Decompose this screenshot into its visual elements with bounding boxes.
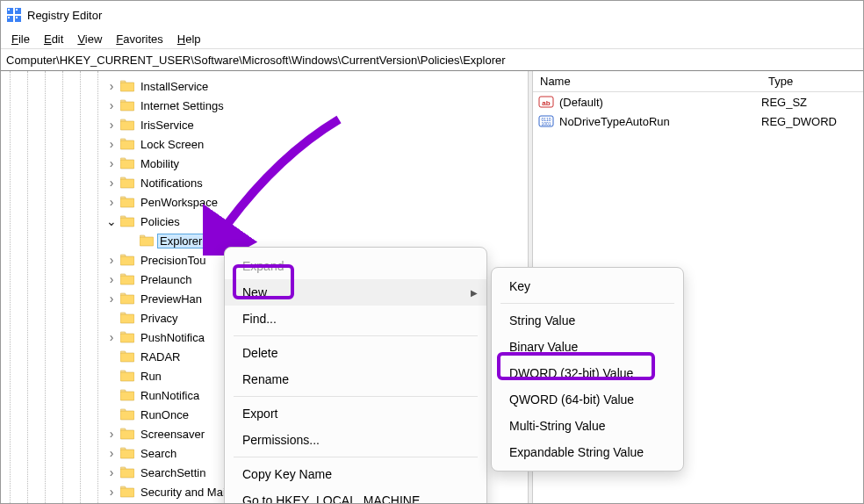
chevron-right-icon[interactable]: ›	[104, 137, 119, 151]
menu-edit[interactable]: Edit	[37, 31, 70, 47]
chevron-right-icon[interactable]: ›	[104, 79, 119, 93]
tree-item-label: PenWorkspace	[138, 195, 220, 210]
folder-icon	[120, 350, 134, 363]
cm-new-string[interactable]: String Value	[492, 307, 683, 334]
folder-icon	[120, 196, 134, 208]
chevron-right-icon[interactable]: ›	[104, 292, 119, 306]
menu-favorites[interactable]: Favorites	[109, 31, 169, 47]
svg-rect-49	[120, 469, 134, 478]
chevron-down-icon[interactable]: ⌄	[104, 214, 119, 228]
tree-item[interactable]: ›Notifications	[104, 173, 275, 192]
svg-rect-7	[16, 17, 18, 18]
cm-new-expandable[interactable]: Expandable String Value	[492, 439, 683, 465]
address-bar[interactable]: Computer\HKEY_CURRENT_USER\Software\Micr…	[1, 48, 863, 71]
cm-new-multi[interactable]: Multi-String Value	[492, 413, 683, 439]
string-value-icon: ab	[538, 95, 554, 109]
chevron-right-icon[interactable]: ›	[104, 156, 119, 170]
tree-item-label: Screensaver	[138, 427, 207, 442]
chevron-right-icon[interactable]: ›	[104, 330, 119, 344]
value-row[interactable]: 01101001NoDriveTypeAutoRunREG_DWORD	[533, 112, 863, 131]
svg-rect-4	[8, 9, 10, 11]
tree-item[interactable]: ›Mobility	[104, 154, 275, 173]
tree-item-label: InstallService	[138, 79, 211, 94]
chevron-right-icon[interactable]: ›	[104, 118, 119, 132]
folder-icon	[120, 80, 134, 92]
folder-icon	[120, 466, 134, 479]
cm-new[interactable]: New ▶	[225, 279, 486, 306]
svg-text:1001: 1001	[541, 121, 551, 126]
tree-item[interactable]: ›Internet Settings	[104, 96, 275, 115]
svg-rect-5	[16, 9, 18, 11]
svg-rect-41	[120, 392, 134, 400]
cm-delete[interactable]: Delete	[225, 340, 486, 366]
values-header: Name Type	[533, 71, 863, 92]
menu-file[interactable]: File	[4, 31, 37, 47]
tree-item[interactable]: ›InstallService	[104, 76, 275, 96]
folder-icon	[120, 486, 134, 498]
tree-item[interactable]: ⌄Policies	[104, 212, 275, 231]
cm-separator	[234, 396, 478, 397]
tree-item-label: RunOnce	[138, 407, 191, 422]
chevron-right-icon[interactable]: ›	[104, 253, 119, 267]
chevron-right-icon: ▶	[471, 288, 478, 298]
tree-item-label: PreviewHan	[138, 292, 205, 306]
value-type: REG_SZ	[761, 96, 863, 109]
svg-rect-43	[120, 411, 134, 420]
chevron-right-icon[interactable]: ›	[104, 98, 119, 112]
folder-icon	[120, 273, 134, 285]
value-name: (Default)	[559, 96, 761, 109]
chevron-right-icon[interactable]: ›	[104, 465, 119, 479]
cm-find[interactable]: Find...	[225, 306, 486, 332]
folder-icon	[120, 254, 134, 266]
tree-item-label: RADAR	[138, 349, 184, 364]
cm-goto-hklm[interactable]: Go to HKEY_LOCAL_MACHINE	[225, 487, 486, 504]
chevron-right-icon[interactable]: ›	[104, 176, 119, 190]
cm-new-qword[interactable]: QWORD (64-bit) Value	[492, 386, 683, 413]
svg-rect-37	[120, 353, 134, 362]
value-row[interactable]: ab(Default)REG_SZ	[533, 92, 863, 112]
chevron-right-icon[interactable]: ›	[104, 485, 119, 499]
folder-icon	[140, 234, 154, 247]
cm-separator	[234, 335, 478, 336]
cm-rename[interactable]: Rename	[225, 366, 486, 392]
folder-icon	[120, 447, 134, 459]
svg-rect-33	[120, 314, 134, 323]
cm-permissions[interactable]: Permissions...	[225, 427, 486, 453]
cm-separator	[500, 303, 674, 304]
chevron-right-icon[interactable]: ›	[104, 427, 119, 441]
dword-value-icon: 01101001	[538, 114, 554, 128]
chevron-right-icon[interactable]: ›	[104, 195, 119, 209]
cm-new-key[interactable]: Key	[492, 273, 683, 299]
folder-icon	[120, 428, 134, 440]
context-menu-main: Expand New ▶ Find... Delete Rename Expor…	[224, 247, 487, 504]
tree-item[interactable]: ›IrisService	[104, 115, 275, 134]
expander-none	[104, 369, 119, 383]
chevron-right-icon[interactable]: ›	[104, 272, 119, 286]
cm-export[interactable]: Export	[225, 400, 486, 427]
folder-icon	[120, 389, 134, 401]
folder-icon	[120, 157, 134, 169]
svg-rect-45	[120, 430, 134, 439]
svg-rect-47	[120, 450, 134, 458]
cm-new-binary[interactable]: Binary Value	[492, 334, 683, 360]
cm-copy-key[interactable]: Copy Key Name	[225, 461, 486, 487]
svg-rect-11	[120, 102, 134, 111]
tree-item-label: Privacy	[138, 311, 181, 326]
chevron-right-icon[interactable]: ›	[104, 446, 119, 460]
cm-expand: Expand	[225, 253, 486, 279]
folder-icon	[120, 370, 134, 382]
cm-new-dword[interactable]: DWORD (32-bit) Value	[492, 360, 683, 386]
column-name[interactable]: Name	[533, 75, 761, 88]
tree-item[interactable]: ›PenWorkspace	[104, 192, 275, 212]
menu-view[interactable]: View	[70, 31, 109, 47]
value-name: NoDriveTypeAutoRun	[559, 115, 761, 128]
tree-item-label: Explorer	[157, 234, 205, 248]
svg-rect-21	[120, 198, 134, 207]
expander-none	[104, 311, 119, 325]
menu-help[interactable]: Help	[170, 31, 208, 47]
svg-rect-13	[120, 121, 134, 130]
tree-item-label: Lock Screen	[138, 137, 206, 152]
column-type[interactable]: Type	[761, 75, 863, 88]
tree-item[interactable]: ›Lock Screen	[104, 134, 275, 154]
menubar: File Edit View Favorites Help	[1, 29, 863, 48]
